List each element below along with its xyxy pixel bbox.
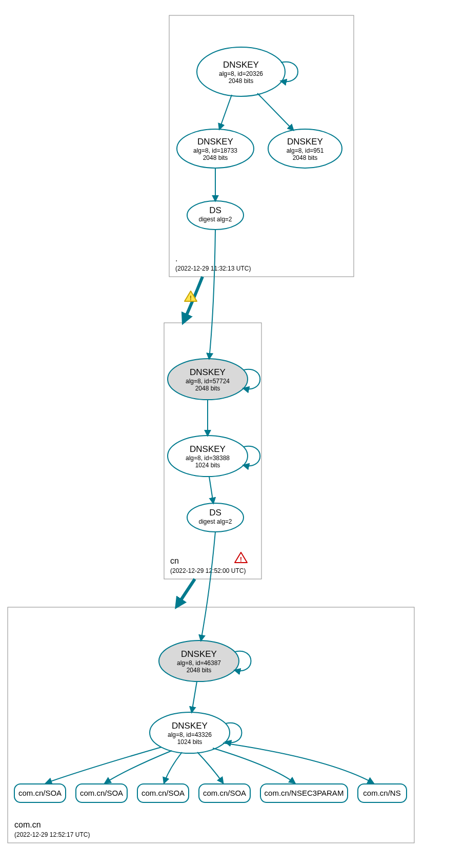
node-comcn-zsk: DNSKEY alg=8, id=43326 1024 bits [150, 712, 242, 753]
node-cn-ksk: DNSKEY alg=8, id=57724 2048 bits [168, 359, 260, 400]
svg-text:com.cn/NSEC3PARAM: com.cn/NSEC3PARAM [265, 789, 344, 797]
node-root-zsk1: DNSKEY alg=8, id=18733 2048 bits [177, 129, 254, 168]
svg-text:com.cn/SOA: com.cn/SOA [80, 789, 123, 797]
svg-text:DNSKEY: DNSKEY [190, 367, 226, 377]
rrset-row: com.cn/SOA com.cn/SOA com.cn/SOA com.cn/… [14, 784, 407, 802]
edge-rootksk-zsk2 [257, 93, 293, 130]
svg-text:DNSKEY: DNSKEY [190, 444, 226, 454]
zone-root: . (2022-12-29 11:32:13 UTC) DNSKEY alg=8… [169, 15, 354, 277]
zone-cn-label: cn [170, 556, 179, 565]
svg-text:2048 bits: 2048 bits [195, 385, 220, 392]
zone-cn: cn (2022-12-29 12:52:00 UTC) DNSKEY alg=… [164, 323, 261, 579]
svg-text:DNSKEY: DNSKEY [223, 60, 259, 70]
node-cn-zsk: DNSKEY alg=8, id=38388 1024 bits [168, 436, 260, 477]
edge-rootksk-zsk1 [219, 95, 232, 129]
svg-text:alg=8, id=46387: alg=8, id=46387 [177, 659, 221, 667]
svg-text:DNSKEY: DNSKEY [172, 721, 208, 731]
svg-text:digest alg=2: digest alg=2 [198, 518, 232, 525]
node-cn-ds: DS digest alg=2 [187, 503, 244, 532]
svg-text:alg=8, id=18733: alg=8, id=18733 [193, 147, 237, 154]
edge-cnzsk-cnds [209, 477, 213, 503]
zone-comcn-label: com.cn [14, 820, 41, 829]
edge-comcnksk-comcnzsk [192, 681, 197, 712]
node-comcn-ksk: DNSKEY alg=8, id=46387 2048 bits [159, 640, 251, 681]
node-root-zsk2: DNSKEY alg=8, id=951 2048 bits [268, 129, 342, 168]
svg-text:com.cn/SOA: com.cn/SOA [18, 789, 62, 797]
zone-comcn-timestamp: (2022-12-29 12:52:17 UTC) [14, 831, 90, 838]
svg-text:!: ! [190, 294, 192, 302]
node-root-ds: DS digest alg=2 [187, 201, 244, 230]
svg-text:DNSKEY: DNSKEY [197, 137, 233, 147]
svg-text:1024 bits: 1024 bits [195, 462, 220, 469]
svg-text:2048 bits: 2048 bits [293, 154, 318, 161]
dnssec-graph: . (2022-12-29 11:32:13 UTC) DNSKEY alg=8… [0, 0, 465, 868]
node-root-ksk: DNSKEY alg=8, id=20326 2048 bits [197, 47, 298, 96]
svg-text:alg=8, id=951: alg=8, id=951 [287, 147, 324, 154]
svg-text:!: ! [240, 555, 242, 563]
svg-text:alg=8, id=43326: alg=8, id=43326 [168, 731, 212, 738]
edge-rootds-cnksk [209, 230, 215, 359]
svg-text:1024 bits: 1024 bits [177, 738, 203, 746]
svg-text:alg=8, id=38388: alg=8, id=38388 [186, 454, 230, 462]
warning-icon-red: ! [235, 552, 247, 563]
svg-text:digest alg=2: digest alg=2 [198, 216, 232, 223]
svg-text:2048 bits: 2048 bits [187, 667, 212, 674]
svg-text:2048 bits: 2048 bits [203, 154, 228, 161]
svg-text:com.cn/NS: com.cn/NS [363, 789, 400, 797]
svg-text:DS: DS [209, 205, 221, 215]
zone-cn-timestamp: (2022-12-29 12:52:00 UTC) [170, 567, 246, 574]
svg-text:DNSKEY: DNSKEY [287, 137, 323, 147]
edge-deleg-cn-comcn [177, 579, 195, 606]
edge-cnds-comcnksk [201, 532, 215, 640]
svg-text:DS: DS [209, 508, 221, 518]
svg-text:com.cn/SOA: com.cn/SOA [141, 789, 185, 797]
svg-text:alg=8, id=20326: alg=8, id=20326 [219, 70, 263, 77]
svg-text:com.cn/SOA: com.cn/SOA [203, 789, 246, 797]
svg-text:DNSKEY: DNSKEY [181, 649, 217, 659]
svg-text:2048 bits: 2048 bits [229, 77, 254, 85]
zone-root-timestamp: (2022-12-29 11:32:13 UTC) [175, 265, 251, 272]
zone-comcn: com.cn (2022-12-29 12:52:17 UTC) DNSKEY … [8, 607, 414, 843]
zone-root-label: . [175, 254, 177, 263]
svg-text:alg=8, id=57724: alg=8, id=57724 [186, 378, 230, 385]
